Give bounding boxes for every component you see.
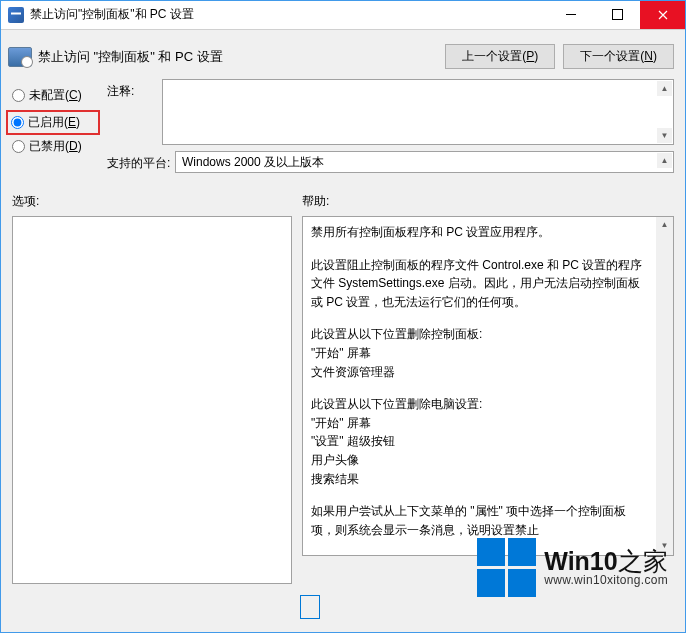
options-label: 选项:: [12, 193, 292, 210]
radio-disabled-input[interactable]: [12, 140, 25, 153]
radio-enabled-input[interactable]: [11, 116, 24, 129]
help-panel: ▲ ▼ 禁用所有控制面板程序和 PC 设置应用程序。 此设置阻止控制面板的程序文…: [302, 216, 674, 556]
radio-disabled[interactable]: 已禁用(D): [12, 138, 97, 155]
maximize-button[interactable]: [594, 0, 640, 29]
help-text: 此设置阻止控制面板的程序文件 Control.exe 和 PC 设置的程序文件 …: [311, 256, 647, 312]
titlebar: 禁止访问"控制面板"和 PC 设置: [0, 0, 686, 30]
comment-label: 注释:: [107, 79, 162, 100]
supported-platform-field: Windows 2000 及以上版本 ▲ ▼: [175, 151, 674, 173]
help-text: 用户头像: [311, 451, 647, 470]
radio-disabled-label: 已禁用(D): [29, 138, 82, 155]
help-text: "开始" 屏幕: [311, 344, 647, 363]
help-text: "开始" 屏幕: [311, 414, 647, 433]
footer-button-fragment[interactable]: [300, 595, 320, 619]
watermark-url: www.win10xitong.com: [544, 574, 668, 587]
scroll-down-icon[interactable]: ▼: [657, 128, 672, 143]
window-controls: [548, 0, 686, 29]
radio-enabled-label: 已启用(E): [28, 114, 80, 131]
minimize-button[interactable]: [548, 0, 594, 29]
help-text: 如果用户尝试从上下文菜单的 "属性" 项中选择一个控制面板项，则系统会显示一条消…: [311, 502, 647, 539]
help-text: 禁用所有控制面板程序和 PC 设置应用程序。: [311, 223, 647, 242]
help-label: 帮助:: [302, 193, 674, 210]
radio-not-configured[interactable]: 未配置(C): [12, 87, 97, 104]
state-radio-group: 未配置(C) 已启用(E) 已禁用(D): [12, 79, 97, 179]
radio-not-configured-label: 未配置(C): [29, 87, 82, 104]
options-panel: [12, 216, 292, 584]
platform-value: Windows 2000 及以上版本: [182, 155, 324, 169]
radio-not-configured-input[interactable]: [12, 89, 25, 102]
policy-header: 禁止访问 "控制面板" 和 PC 设置 上一个设置(P) 下一个设置(N): [0, 30, 686, 79]
policy-icon: [8, 47, 32, 67]
help-text: 文件资源管理器: [311, 363, 647, 382]
comment-textarea[interactable]: ▲ ▼: [162, 79, 674, 145]
window-title: 禁止访问"控制面板"和 PC 设置: [30, 6, 194, 23]
radio-enabled[interactable]: 已启用(E): [9, 113, 97, 132]
help-text: "设置" 超级按钮: [311, 432, 647, 451]
close-button[interactable]: [640, 0, 686, 29]
platform-label: 支持的平台:: [107, 151, 175, 172]
next-setting-button[interactable]: 下一个设置(N): [563, 44, 674, 69]
help-text: 搜索结果: [311, 470, 647, 489]
watermark-brand: Win10之家: [544, 548, 668, 574]
help-text: 此设置从以下位置删除控制面板:: [311, 325, 647, 344]
help-content: 禁用所有控制面板程序和 PC 设置应用程序。 此设置阻止控制面板的程序文件 Co…: [311, 223, 665, 539]
help-scrollbar[interactable]: ▲ ▼: [656, 217, 673, 555]
policy-title: 禁止访问 "控制面板" 和 PC 设置: [38, 48, 223, 66]
app-icon: [8, 7, 24, 23]
scroll-up-icon[interactable]: ▲: [657, 218, 672, 233]
previous-setting-button[interactable]: 上一个设置(P): [445, 44, 555, 69]
scroll-up-icon[interactable]: ▲: [657, 81, 672, 96]
scroll-up-icon[interactable]: ▲: [657, 153, 672, 168]
help-text: 此设置从以下位置删除电脑设置:: [311, 395, 647, 414]
windows-logo-icon: [477, 538, 536, 597]
watermark: Win10之家 www.win10xitong.com: [477, 538, 668, 597]
